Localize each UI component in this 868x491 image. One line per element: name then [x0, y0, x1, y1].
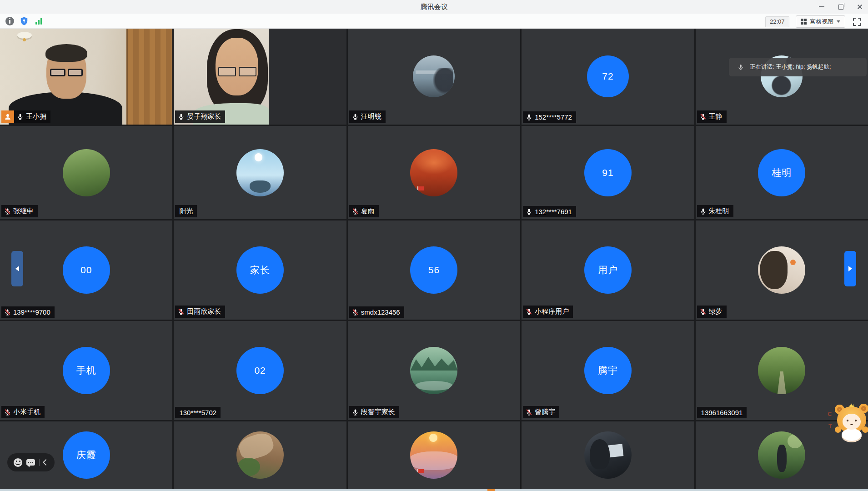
restore-button[interactable] — [837, 3, 844, 10]
participant-tile[interactable]: 绿萝 — [696, 220, 868, 320]
tile-body — [348, 321, 520, 420]
participant-name: 小米手机 — [13, 408, 40, 416]
participant-name: 晏子翔家长 — [187, 112, 221, 121]
participant-tile[interactable]: 02130****5702 — [174, 321, 346, 420]
participant-tile[interactable]: 用户小程序用户 — [522, 220, 694, 320]
view-mode-label: 宫格视图 — [810, 18, 833, 26]
participant-name-label: 小米手机 — [1, 406, 45, 418]
glasses — [218, 67, 256, 76]
photo-avatar — [410, 347, 457, 394]
tile-body: 02 — [174, 321, 346, 420]
view-mode-button[interactable]: 宫格视图 — [796, 15, 846, 28]
participant-name-label: smdx123456 — [349, 306, 404, 318]
chat-button[interactable] — [26, 459, 35, 466]
participant-tile[interactable]: 段智宇家长 — [348, 321, 520, 420]
mic-muted-icon — [526, 308, 532, 316]
minimize-button[interactable] — [818, 3, 825, 10]
pill-divider — [39, 459, 40, 466]
participant-tile[interactable]: 晏子翔家长 — [174, 28, 346, 125]
participant-name: 汪明锐 — [361, 112, 381, 121]
participant-name: 夏雨 — [361, 207, 375, 215]
participant-tile[interactable]: 汪明锐 — [348, 28, 520, 125]
photo-avatar — [236, 149, 284, 196]
tile-body — [174, 126, 346, 219]
mic-on-icon — [526, 114, 532, 121]
photo-avatar — [758, 246, 805, 294]
participant-label-row: 绿萝 — [697, 306, 727, 318]
collapse-pill-button[interactable] — [43, 459, 49, 466]
window-titlebar: 腾讯会议 — [0, 0, 868, 14]
participant-tile[interactable]: 91132****7691 — [522, 126, 694, 219]
close-button[interactable] — [856, 3, 863, 10]
participant-tile[interactable]: 手机小米手机 — [0, 321, 172, 420]
initials-avatar: 91 — [584, 149, 632, 196]
participant-tile[interactable]: 桂明朱桂明 — [696, 126, 868, 219]
next-page-button[interactable] — [844, 251, 856, 286]
tile-body — [348, 421, 520, 489]
fullscreen-button[interactable] — [852, 16, 863, 27]
participant-tile[interactable] — [174, 421, 346, 489]
sticker-crown — [849, 403, 854, 407]
participant-label-row: smdx123456 — [349, 306, 404, 318]
mic-muted-icon — [526, 409, 532, 416]
previous-page-button[interactable] — [11, 251, 23, 286]
participant-tile[interactable]: 72152****5772 — [522, 28, 694, 125]
participant-tile[interactable]: 00139****9700 — [0, 220, 172, 320]
participant-tile[interactable]: 家长田雨欣家长 — [174, 220, 346, 320]
participant-label-row: 小程序用户 — [523, 306, 573, 318]
mic-muted-icon — [4, 309, 11, 316]
participant-label-row: 小米手机 — [1, 406, 45, 418]
taskbar-peek-mark — [487, 489, 495, 491]
emoji-reaction-button[interactable] — [14, 458, 22, 467]
mic-on-icon — [178, 113, 185, 120]
participant-name-label: 夏雨 — [349, 205, 379, 217]
participant-name-label: 汪明锐 — [349, 110, 386, 123]
participant-name-label: 132****7691 — [523, 206, 576, 217]
red-flag — [418, 186, 424, 190]
photo-avatar — [758, 347, 805, 394]
participant-tile[interactable]: 王小拥 — [0, 28, 172, 125]
mic-muted-icon — [4, 208, 11, 215]
participant-tile[interactable]: 56smdx123456 — [348, 220, 520, 320]
participant-label-row: 王小拥 — [1, 110, 50, 123]
sticker-letter-c: C — [828, 411, 832, 417]
participant-name: 张继申 — [13, 207, 34, 215]
network-status-button[interactable] — [34, 16, 44, 26]
participant-label-row: 朱桂明 — [697, 205, 733, 217]
info-icon — [5, 17, 14, 25]
participant-tile[interactable]: 张继申 — [0, 126, 172, 219]
mic-muted-icon — [352, 208, 359, 215]
mic-on-icon — [352, 409, 359, 416]
shield-icon — [20, 16, 28, 26]
participant-label-row: 张继申 — [1, 205, 38, 217]
participant-name-label: 曾腾宇 — [523, 406, 559, 418]
initials-avatar: 手机 — [63, 347, 110, 394]
initials-avatar: 00 — [63, 246, 110, 294]
mic-muted-icon — [700, 113, 707, 120]
tile-body: 家长 — [174, 220, 346, 320]
close-icon — [857, 4, 863, 10]
initials-avatar: 用户 — [584, 246, 632, 294]
photo-avatar — [584, 431, 632, 479]
participant-name-label: 13961663091 — [697, 407, 747, 418]
participant-name: 152****5772 — [535, 113, 572, 121]
participant-tile[interactable] — [522, 421, 694, 489]
participant-name-label: 阳光 — [175, 205, 197, 217]
participant-tile[interactable]: 王静 — [696, 28, 868, 125]
participant-tile[interactable] — [348, 421, 520, 489]
participant-tile[interactable]: 夏雨 — [348, 126, 520, 219]
meeting-info-button[interactable] — [5, 16, 15, 26]
participant-tile[interactable]: 阳光 — [174, 126, 346, 219]
initials-avatar: 02 — [236, 347, 284, 394]
photo-avatar — [410, 149, 457, 196]
bottom-edge-strip — [0, 489, 868, 491]
tile-body: 91 — [522, 126, 694, 219]
ceiling-lamp — [17, 32, 32, 39]
participant-name-label: 152****5772 — [523, 111, 576, 123]
participant-name-label: 130****5702 — [175, 407, 221, 418]
participant-name: 王小拥 — [26, 112, 46, 121]
participant-name-label: 张继申 — [1, 205, 38, 217]
sticker-body — [842, 429, 862, 442]
security-button[interactable] — [19, 16, 29, 26]
participant-tile[interactable]: 腾宇曾腾宇 — [522, 321, 694, 420]
